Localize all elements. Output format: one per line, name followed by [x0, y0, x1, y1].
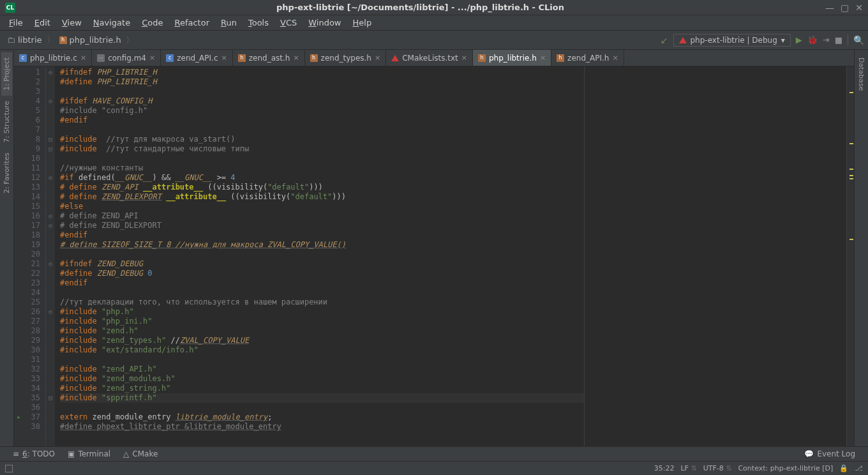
debug-button[interactable]: 🐞 [807, 35, 818, 45]
editor-tab[interactable]: hphp_libtrie.h× [473, 50, 551, 66]
secondary-editor-pane[interactable] [585, 66, 846, 446]
menu-vcs[interactable]: VCS [275, 17, 302, 29]
menu-help[interactable]: Help [348, 17, 377, 29]
context-label[interactable]: Context: php-ext-libtrie [D] [738, 464, 833, 472]
bottom-tool-bar: ≡6: TODO▣Terminal△CMake 💬 Event Log [0, 446, 868, 461]
vcs-icon[interactable]: ⎇ [855, 464, 863, 472]
maximize-button[interactable]: ▢ [841, 3, 849, 13]
editor-tab[interactable]: ⋯config.m4× [92, 50, 161, 66]
main-area: 1: Project7: Structure2: Favorites cphp_… [0, 50, 868, 446]
header-file-icon: h [238, 54, 246, 62]
lock-icon[interactable]: 🔒 [839, 464, 848, 472]
tool-window-label: CMake [132, 449, 158, 458]
close-tab-icon[interactable]: × [612, 54, 618, 62]
chevron-down-icon: ▾ [781, 36, 785, 45]
close-tab-icon[interactable]: × [149, 54, 155, 62]
editor-tab[interactable]: hzend_types.h× [305, 50, 387, 66]
chevron-right-icon: 〉 [126, 34, 134, 46]
file-encoding[interactable]: UTF-8 ⇅ [703, 464, 732, 472]
editor-tabs: cphp_libtrie.c×⋯config.m4×czend_API.c×hz… [14, 50, 854, 66]
run-config-selector[interactable]: php-ext-libtrie | Debug ▾ [673, 34, 791, 47]
stop-button[interactable]: ■ [835, 35, 842, 45]
editor-tab[interactable]: cphp_libtrie.c× [14, 50, 92, 66]
status-bar: 35:22 LF ⇅ UTF-8 ⇅ Context: php-ext-libt… [0, 461, 868, 475]
tool-tab-database[interactable]: Database [856, 52, 867, 96]
editor-body: 1234567891011121314151617181920212223242… [14, 66, 854, 446]
error-stripe[interactable] [846, 66, 854, 446]
menu-window[interactable]: Window [303, 17, 346, 29]
header-file-icon: h [59, 36, 67, 44]
menu-run[interactable]: Run [216, 17, 242, 29]
close-tab-icon[interactable]: × [221, 54, 227, 62]
app-icon: CL [5, 3, 15, 13]
window-controls: — ▢ ✕ [825, 3, 863, 13]
c-file-icon: c [166, 54, 174, 62]
close-tab-icon[interactable]: × [293, 54, 299, 62]
tool-tab-structure[interactable]: 7: Structure [1, 96, 12, 147]
close-tab-icon[interactable]: × [80, 54, 86, 62]
tool-tab-project[interactable]: 1: Project [1, 52, 12, 96]
tab-label: config.m4 [108, 54, 146, 63]
menubar: FileEditViewNavigateCodeRefactorRunTools… [0, 15, 868, 31]
term-icon: ▣ [68, 449, 75, 458]
cmake-icon [391, 55, 399, 61]
caret-position[interactable]: 35:22 [654, 464, 675, 472]
breadcrumb-item[interactable]: hphp_libtrie.h [56, 34, 124, 46]
header-file-icon: h [557, 54, 564, 62]
run-button[interactable]: ▶ [796, 35, 802, 45]
close-window-button[interactable]: ✕ [855, 3, 863, 13]
stripe-mark[interactable] [849, 178, 853, 179]
balloon-icon: 💬 [804, 449, 814, 458]
tab-label: zend_API.h [567, 54, 609, 63]
event-log-label: Event Log [817, 449, 855, 458]
tab-label: php_libtrie.h [489, 54, 537, 63]
menu-tools[interactable]: Tools [243, 17, 274, 29]
m4-file-icon: ⋯ [97, 54, 105, 62]
close-tab-icon[interactable]: × [375, 54, 380, 62]
close-tab-icon[interactable]: × [540, 54, 546, 62]
titlebar: CL php-ext-libtrie [~/Documents/libtrie]… [0, 0, 868, 15]
header-file-icon: h [310, 54, 318, 62]
menu-file[interactable]: File [4, 17, 28, 29]
tab-label: CMakeLists.txt [402, 54, 458, 63]
tab-label: zend_API.c [177, 54, 218, 63]
editor-tab[interactable]: czend_API.c× [161, 50, 233, 66]
fold-gutter[interactable]: ⊖⊖⊟⊟⊖⊖⊖⊖⊖⊟ [46, 66, 55, 446]
tool-window-terminal[interactable]: ▣Terminal [61, 449, 117, 458]
line-gutter[interactable]: 1234567891011121314151617181920212223242… [14, 66, 46, 446]
tool-tab-favorites[interactable]: 2: Favorites [1, 147, 12, 199]
stripe-mark[interactable] [849, 92, 853, 93]
tool-window-cmake[interactable]: △CMake [117, 449, 164, 458]
stripe-mark[interactable] [849, 143, 853, 144]
editor-tab[interactable]: hzend_API.h× [551, 50, 624, 66]
editor-tab[interactable]: CMakeLists.txt× [386, 50, 473, 66]
tool-windows-toggle[interactable] [5, 465, 13, 472]
line-separator[interactable]: LF ⇅ [680, 464, 696, 472]
tool-window-todo[interactable]: ≡6: TODO [6, 449, 61, 458]
event-log-button[interactable]: 💬 Event Log [798, 449, 862, 458]
nav-back-icon[interactable]: ↙ [661, 35, 668, 45]
search-everywhere-button[interactable]: 🔍 [853, 35, 864, 45]
menu-edit[interactable]: Edit [29, 17, 56, 29]
navigation-bar: 🗀libtrie〉hphp_libtrie.h〉 ↙ php-ext-libtr… [0, 31, 868, 50]
code-editor[interactable]: #ifndef PHP_LIBTRIE_H #define PHP_LIBTRI… [55, 66, 584, 446]
menu-view[interactable]: View [57, 17, 87, 29]
window-title: php-ext-libtrie [~/Documents/libtrie] - … [15, 3, 825, 12]
tool-window-label: Terminal [78, 449, 110, 458]
stripe-mark[interactable] [849, 175, 853, 176]
tab-label: zend_ast.h [249, 54, 290, 63]
stripe-mark[interactable] [849, 169, 853, 170]
cmake-icon [679, 37, 687, 43]
breadcrumb-item[interactable]: 🗀libtrie [4, 34, 45, 46]
menu-navigate[interactable]: Navigate [88, 17, 135, 29]
editor-tab[interactable]: hzend_ast.h× [233, 50, 305, 66]
breadcrumb[interactable]: 🗀libtrie〉hphp_libtrie.h〉 [4, 34, 134, 46]
editor-area: cphp_libtrie.c×⋯config.m4×czend_API.c×hz… [14, 50, 854, 446]
stripe-mark[interactable] [849, 239, 853, 240]
list-icon: ≡ [13, 449, 19, 458]
menu-refactor[interactable]: Refactor [169, 17, 214, 29]
attach-button[interactable]: ⇥ [823, 35, 830, 45]
menu-code[interactable]: Code [137, 17, 168, 29]
minimize-button[interactable]: — [825, 3, 834, 13]
close-tab-icon[interactable]: × [461, 54, 467, 62]
